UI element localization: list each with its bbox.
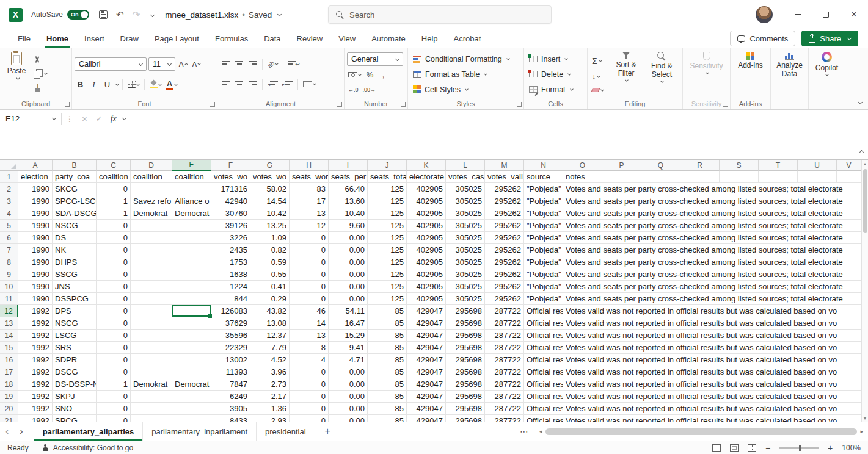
format-as-table-button[interactable]: Format as Table: [410, 68, 521, 81]
insert-function-button[interactable]: fx: [107, 114, 120, 124]
column-header-T[interactable]: T: [759, 160, 798, 171]
middle-align-button[interactable]: [233, 58, 245, 70]
decrease-indent-button[interactable]: ◂: [266, 78, 279, 90]
cell-M8[interactable]: 295262: [485, 256, 524, 268]
cell-B12[interactable]: DPS: [53, 305, 97, 317]
align-left-button[interactable]: [220, 78, 232, 90]
copilot-button[interactable]: Copilot: [812, 50, 841, 77]
cell-D11[interactable]: [131, 293, 172, 305]
column-header-L[interactable]: L: [446, 160, 485, 171]
row-header-4[interactable]: 4: [0, 207, 18, 220]
cell-M10[interactable]: 295262: [485, 281, 524, 293]
cell-G5[interactable]: 13.25: [250, 220, 290, 232]
cell-N20[interactable]: Official results: [524, 403, 563, 415]
cell-F15[interactable]: 22329: [211, 342, 250, 354]
row-header-17[interactable]: 17: [0, 366, 18, 378]
cell-E9[interactable]: [172, 268, 211, 281]
cell-H6[interactable]: 0: [290, 232, 329, 244]
merge-center-button[interactable]: [302, 78, 317, 90]
cell-N4[interactable]: "Pobjeda": [524, 207, 563, 220]
ribbon-tab-acrobat[interactable]: Acrobat: [446, 29, 489, 48]
cell-K9[interactable]: 402905: [407, 268, 446, 281]
cell-A4[interactable]: 1990: [18, 207, 53, 220]
cell-M9[interactable]: 295262: [485, 268, 524, 281]
cell-H7[interactable]: 0: [290, 244, 329, 256]
bottom-align-button[interactable]: [247, 58, 258, 70]
cell-F16[interactable]: 13002: [211, 354, 250, 366]
row-header-12[interactable]: 12: [0, 305, 18, 317]
cell-K7[interactable]: 402905: [407, 244, 446, 256]
cell-I13[interactable]: 16.47: [329, 317, 368, 330]
vertical-scrollbar[interactable]: ▲ ▼: [861, 160, 868, 422]
cell-B17[interactable]: DSCG: [53, 366, 97, 378]
cell-M15[interactable]: 287722: [485, 342, 524, 354]
cell-I21[interactable]: 0.00: [329, 415, 368, 422]
cell-H21[interactable]: 0: [290, 415, 329, 422]
cell-K15[interactable]: 429047: [407, 342, 446, 354]
insert-cells-button[interactable]: Insert: [527, 52, 585, 65]
column-header-H[interactable]: H: [290, 160, 329, 171]
row-header-21[interactable]: 21: [0, 415, 18, 422]
cell-O21[interactable]: Votes valid was not reported in official…: [563, 415, 861, 422]
cell-F9[interactable]: 1638: [211, 268, 250, 281]
cell-D19[interactable]: [131, 391, 172, 403]
cell-F4[interactable]: 30760: [211, 207, 250, 220]
cell-N11[interactable]: "Pobjeda": [524, 293, 563, 305]
ribbon-tab-view[interactable]: View: [330, 29, 363, 48]
cell-C9[interactable]: 0: [97, 268, 131, 281]
cell-K14[interactable]: 429047: [407, 330, 446, 342]
cell-M4[interactable]: 295262: [485, 207, 524, 220]
cell-O1[interactable]: notes: [563, 171, 602, 183]
cell-A12[interactable]: 1992: [18, 305, 53, 317]
cell-N17[interactable]: Official results: [524, 366, 563, 378]
cell-H11[interactable]: 0: [290, 293, 329, 305]
cell-D17[interactable]: [131, 366, 172, 378]
cell-D5[interactable]: [131, 220, 172, 232]
undo-icon[interactable]: ↶: [116, 9, 124, 20]
cell-I14[interactable]: 15.29: [329, 330, 368, 342]
comma-style-button[interactable]: ,: [377, 69, 389, 81]
cell-C19[interactable]: 0: [97, 391, 131, 403]
cell-F20[interactable]: 3905: [211, 403, 250, 415]
cell-F10[interactable]: 1224: [211, 281, 250, 293]
cell-J1[interactable]: seats_tota: [368, 171, 407, 183]
cell-B15[interactable]: SRS: [53, 342, 97, 354]
cell-M20[interactable]: 287722: [485, 403, 524, 415]
cell-B14[interactable]: LSCG: [53, 330, 97, 342]
cell-L17[interactable]: 295698: [446, 366, 485, 378]
name-box[interactable]: E12: [0, 110, 61, 128]
cell-D12[interactable]: [131, 305, 172, 317]
ribbon-tab-data[interactable]: Data: [256, 29, 288, 48]
cell-I9[interactable]: 0.00: [329, 268, 368, 281]
cell-F12[interactable]: 126083: [211, 305, 250, 317]
cell-B18[interactable]: DS-DSSP-N: [53, 378, 97, 391]
cell-D18[interactable]: Demokrat: [131, 378, 172, 391]
cell-G18[interactable]: 2.73: [250, 378, 290, 391]
cell-E6[interactable]: [172, 232, 211, 244]
cell-Q1[interactable]: [641, 171, 680, 183]
cell-N18[interactable]: Official results: [524, 378, 563, 391]
number-dialog-launcher-icon[interactable]: [401, 102, 406, 107]
cell-A19[interactable]: 1992: [18, 391, 53, 403]
cell-O2[interactable]: Votes and seats per party cross-checked …: [563, 183, 861, 195]
cell-H4[interactable]: 13: [290, 207, 329, 220]
cell-L18[interactable]: 295698: [446, 378, 485, 391]
cell-D9[interactable]: [131, 268, 172, 281]
increase-indent-button[interactable]: ▸: [281, 78, 294, 90]
sheet-tab-overflow-icon[interactable]: ⋯: [514, 422, 534, 441]
column-header-F[interactable]: F: [211, 160, 250, 171]
scroll-left-icon[interactable]: ◂: [539, 428, 542, 434]
cell-O11[interactable]: Votes and seats per party cross-checked …: [563, 293, 861, 305]
cell-M12[interactable]: 287722: [485, 305, 524, 317]
cell-J4[interactable]: 125: [368, 207, 407, 220]
ribbon-tab-file[interactable]: File: [10, 29, 38, 48]
clear-button[interactable]: [590, 87, 608, 93]
cell-E16[interactable]: [172, 354, 211, 366]
select-all-corner[interactable]: [0, 160, 18, 171]
cell-B5[interactable]: NSCG: [53, 220, 97, 232]
cell-C16[interactable]: 0: [97, 354, 131, 366]
ribbon-tab-home[interactable]: Home: [38, 29, 76, 48]
cell-H19[interactable]: 0: [290, 391, 329, 403]
cell-G10[interactable]: 0.41: [250, 281, 290, 293]
cell-D20[interactable]: [131, 403, 172, 415]
